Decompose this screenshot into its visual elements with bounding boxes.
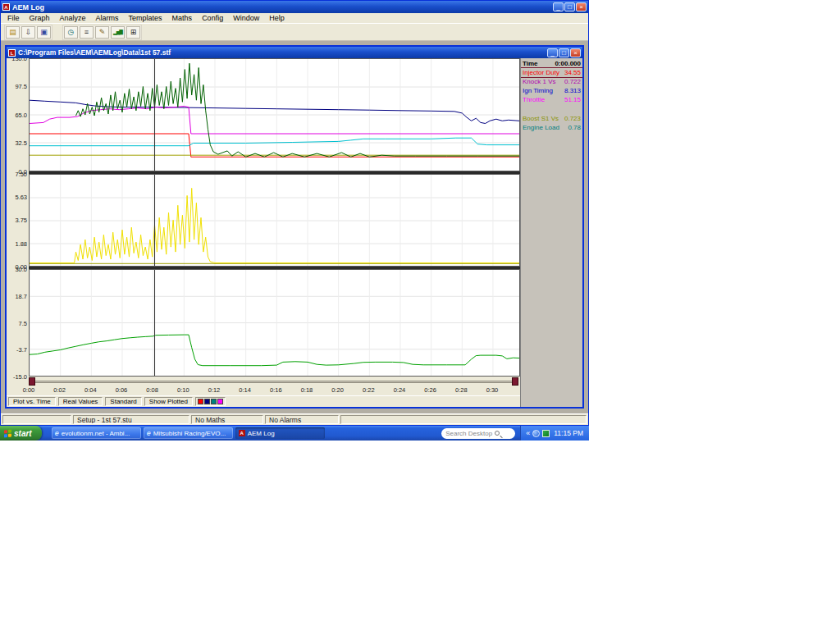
plot-area-2[interactable]: [29, 174, 520, 267]
table-button[interactable]: ⊞: [126, 26, 140, 39]
maximize-button[interactable]: □: [564, 2, 575, 11]
channel-swatch: [217, 399, 223, 404]
legend-channel-injector-duty[interactable]: Injector Duty34.55: [521, 68, 582, 77]
x-axis-labels: 0:000:020:040:060:080:100:120:140:160:18…: [29, 386, 518, 395]
child-close-button[interactable]: ×: [570, 48, 581, 57]
values-list-button[interactable]: ≡: [80, 26, 94, 39]
toolbar-group-2: ◷≡✎▂▅▇⊞: [62, 25, 142, 40]
legend-channel-label: Knock 1 Vs: [523, 77, 555, 86]
save-icon: ▣: [40, 29, 48, 36]
taskbar-task-aem-log[interactable]: AAEM Log: [235, 427, 325, 439]
legend-channel-throttle[interactable]: Throttle51.15: [521, 95, 582, 104]
windows-search-tray-icon[interactable]: [532, 430, 540, 437]
child-maximize-button[interactable]: □: [559, 48, 569, 57]
import-button[interactable]: ⇩: [21, 26, 35, 39]
time-cursor-button[interactable]: ◷: [64, 26, 78, 39]
tray-app-icon[interactable]: [542, 430, 550, 437]
x-tick-label: 0:08: [146, 386, 158, 394]
task-button-label: AEM Log: [248, 430, 275, 437]
child-titlebar: L C:\Program Files\AEM\AEMLog\Data\1st 5…: [7, 47, 582, 58]
menu-config[interactable]: Config: [197, 14, 228, 22]
series-magenta-trace: [30, 107, 519, 135]
status-bar: Setup - 1st 57.stuNo MathsNo Alarms: [1, 413, 588, 425]
taskbar-task-evolutionm-net-ambi[interactable]: eevolutionm.net - Ambi...: [52, 427, 141, 439]
series-yellow-noisy-trace: [30, 188, 519, 262]
series-navy-trace: [30, 100, 519, 123]
close-button[interactable]: ×: [576, 2, 587, 11]
series-green-boost-trace: [30, 335, 519, 366]
time-slider[interactable]: [29, 377, 518, 386]
x-tick-label: 0:24: [394, 386, 406, 394]
plot-ylabels-1: 130.097.565.032.50.0: [7, 58, 29, 171]
menu-maths[interactable]: Maths: [167, 14, 198, 22]
legend-channel-value: 8.313: [564, 86, 581, 95]
aem-app-icon: A: [2, 3, 10, 11]
slider-handle-right[interactable]: [512, 377, 518, 386]
footer-show-plotted: Show Plotted: [144, 397, 193, 406]
open-log-button[interactable]: ▤: [6, 26, 20, 39]
legend-channel-knock-1-vs[interactable]: Knock 1 Vs0.722: [521, 77, 582, 86]
start-button[interactable]: start: [0, 426, 42, 441]
x-tick-label: 0:20: [331, 386, 344, 394]
graph-column: 130.097.565.032.50.0 7.505.633.751.880.0…: [7, 58, 520, 407]
legend-channel-value: 51.15: [564, 95, 581, 104]
legend-channel-boost-s1-vs[interactable]: Boost S1 Vs0.723: [521, 114, 582, 123]
legend-time-value: 0:00.000: [555, 59, 581, 68]
open-log-icon: ▤: [9, 29, 16, 36]
slider-track[interactable]: [30, 381, 518, 383]
channel-swatch: [211, 399, 217, 404]
taskbar-task-mitsubishi-racing-evo[interactable]: eMitsubishi Racing/EVO...: [144, 427, 233, 439]
menu-window[interactable]: Window: [228, 14, 264, 22]
legend-time-row: Time 0:00.000: [521, 59, 582, 68]
import-icon: ⇩: [25, 29, 32, 36]
legend-channel-value: 0.723: [564, 114, 581, 123]
legend-channel-value: 34.55: [564, 68, 581, 77]
menu-analyze[interactable]: Analyze: [55, 14, 91, 22]
graph-icon: ▂▅▇: [113, 29, 122, 36]
legend-channel-engine-load[interactable]: Engine Load0.78: [521, 123, 582, 132]
x-tick-label: 0:12: [208, 386, 221, 394]
main-titlebar: A AEM Log _ □ ×: [1, 1, 588, 13]
save-button[interactable]: ▣: [37, 26, 51, 39]
status-maths: No Maths: [191, 415, 263, 424]
footer-standard: Standard: [105, 397, 141, 406]
x-tick-label: 0:00: [23, 386, 35, 394]
legend-channel-label: Engine Load: [523, 123, 559, 132]
x-tick-label: 0:04: [84, 386, 97, 394]
slider-handle-left[interactable]: [29, 377, 35, 386]
y-tick-label: 30.0: [15, 266, 27, 273]
plot-area-3[interactable]: [29, 269, 520, 377]
internet-explorer-icon: e: [147, 430, 151, 437]
x-tick-label: 0:06: [116, 386, 128, 394]
search-desktop-input[interactable]: Search Desktop: [441, 428, 515, 439]
menu-templates[interactable]: Templates: [124, 14, 167, 22]
y-tick-label: 7.5: [19, 320, 27, 327]
time-cursor-icon: ◷: [68, 29, 75, 36]
status-blank: [2, 415, 71, 424]
series-cyan-trace: [30, 138, 519, 146]
legend-channel-ign-timing[interactable]: Ign Timing8.313: [521, 86, 582, 95]
legend-channel-value: 0.78: [568, 123, 581, 132]
menu-graph[interactable]: Graph: [25, 14, 55, 22]
channel-legend: Time 0:00.000 Injector Duty34.55Knock 1 …: [520, 58, 582, 407]
minimize-button[interactable]: _: [553, 2, 564, 11]
x-tick-label: 0:22: [363, 386, 375, 394]
y-tick-label: 18.7: [15, 293, 27, 300]
plot-area-1[interactable]: [29, 58, 520, 171]
menu-help[interactable]: Help: [264, 14, 290, 22]
legend-channel-value: 0.722: [564, 77, 581, 86]
child-minimize-button[interactable]: _: [547, 48, 558, 57]
notes-icon: ✎: [99, 29, 106, 36]
graph-button[interactable]: ▂▅▇: [111, 26, 125, 39]
plot-svg-2: [30, 175, 519, 267]
menu-bar: FileGraphAnalyzeAlarmsTemplatesMathsConf…: [1, 13, 588, 24]
tray-chevron-icon[interactable]: «: [526, 430, 530, 437]
menu-alarms[interactable]: Alarms: [91, 14, 124, 22]
start-button-label: start: [14, 429, 32, 438]
notes-button[interactable]: ✎: [95, 26, 109, 39]
legend-gap: [521, 104, 582, 114]
menu-file[interactable]: File: [2, 14, 25, 22]
log-file-icon: L: [8, 49, 16, 57]
x-tick-label: 0:28: [455, 386, 468, 394]
y-tick-label: 130.0: [11, 58, 27, 62]
